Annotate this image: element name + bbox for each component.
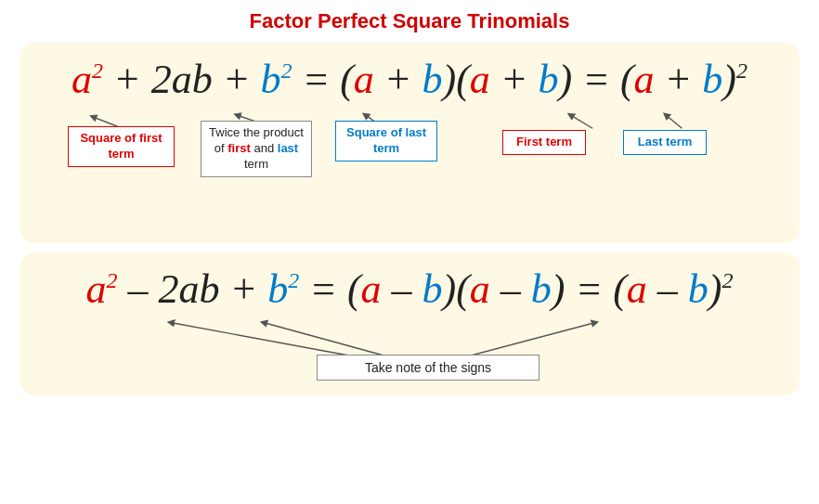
plus-c2: + xyxy=(219,269,267,310)
svg-line-5 xyxy=(171,323,347,355)
opf-c2: ( xyxy=(613,269,627,310)
b2i-c2: b xyxy=(531,269,552,310)
card2-annotations: Take note of the signs xyxy=(38,314,781,388)
equals1: = xyxy=(292,59,340,100)
clf-c2: )2 xyxy=(708,269,734,310)
minus1-c2: – xyxy=(117,269,158,310)
take-note-signs-label: Take note of the signs xyxy=(317,355,540,381)
b2-c2: b2 xyxy=(267,269,299,310)
paren2-close: ) xyxy=(559,59,573,100)
plus1: + xyxy=(103,59,151,100)
plus2: + xyxy=(213,59,261,100)
b-inner1: b xyxy=(422,59,443,100)
last-term-label: Last term xyxy=(623,130,707,155)
m2-c2: – xyxy=(490,269,531,310)
af-c2: a xyxy=(627,269,647,310)
2ab-term: 2ab xyxy=(151,59,213,100)
eq2-c2: = xyxy=(566,269,614,310)
b2-term: b2 xyxy=(260,59,292,100)
a-inner1: a xyxy=(354,59,374,100)
card2-formula: a2 – 2ab + b2 = ( a – b )( a – b ) = ( a… xyxy=(38,265,781,310)
paren1-close: )( xyxy=(443,59,470,100)
a2-term: a2 xyxy=(72,59,103,100)
square-last-term-label: Square of last term xyxy=(335,121,437,162)
card1-formula: a2 + 2ab + b2 = ( a + b )( a + b ) = ( a… xyxy=(38,56,781,100)
final-close: )2 xyxy=(722,59,748,100)
card2: a2 – 2ab + b2 = ( a – b )( a – b ) = ( a… xyxy=(20,252,800,395)
a-final: a xyxy=(634,59,655,100)
svg-line-7 xyxy=(472,323,595,355)
a-inner2: a xyxy=(470,59,490,100)
a2i-c2: a xyxy=(470,269,490,310)
twice-product-label: Twice the product of first and last term xyxy=(201,121,312,177)
mf-c2: – xyxy=(647,269,688,310)
a2-c2: a2 xyxy=(85,269,117,310)
card1: a2 + 2ab + b2 = ( a + b )( a + b ) = ( a… xyxy=(20,43,800,243)
bf-c2: b xyxy=(688,269,708,310)
paren1-open: ( xyxy=(340,59,354,100)
final-open: ( xyxy=(620,59,634,100)
close1-c2: )( xyxy=(443,269,470,310)
svg-line-3 xyxy=(570,115,592,128)
a1-c2: a xyxy=(361,269,382,310)
eq1-c2: = xyxy=(299,269,347,310)
b-inner2: b xyxy=(539,59,559,100)
svg-line-4 xyxy=(666,115,682,128)
open1-c2: ( xyxy=(347,269,361,310)
plus4: + xyxy=(490,59,539,100)
2ab-c2: 2ab xyxy=(158,269,219,310)
first-term-label: First term xyxy=(502,130,586,155)
close2-c2: ) xyxy=(552,269,566,310)
svg-line-6 xyxy=(264,323,384,355)
page-title: Factor Perfect Square Trinomials xyxy=(250,9,570,33)
plus3: + xyxy=(374,59,422,100)
b-final: b xyxy=(702,59,722,100)
b1-c2: b xyxy=(422,269,443,310)
plus5: + xyxy=(655,59,703,100)
square-first-term-label: Square of first term xyxy=(68,126,175,167)
m1-c2: – xyxy=(382,269,422,310)
equals2: = xyxy=(572,59,620,100)
card1-annotations: Square of first term Twice the product o… xyxy=(38,110,781,230)
